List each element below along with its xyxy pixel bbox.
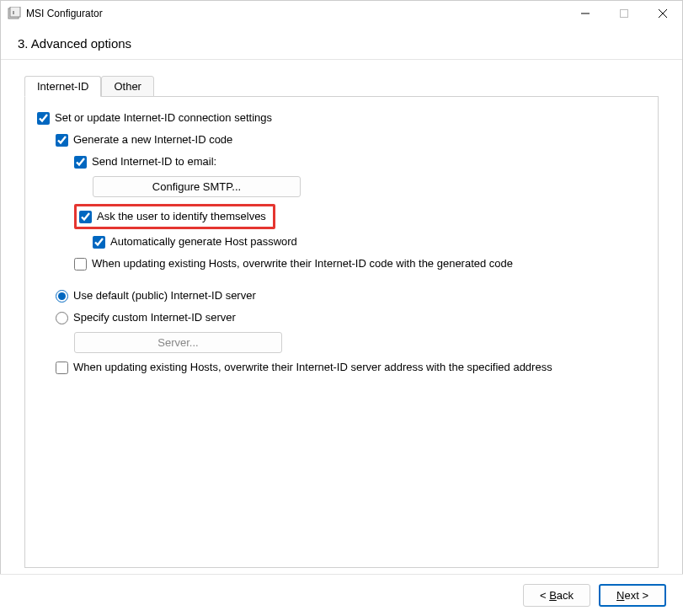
svg-rect-1 <box>10 7 20 17</box>
row-overwrite-address: When updating existing Hosts, overwrite … <box>56 360 646 375</box>
checkbox-ask-identify[interactable] <box>79 211 92 223</box>
label-ask-identify: Ask the user to identify themselves <box>97 209 266 224</box>
row-generate-code: Generate a new Internet-ID code <box>56 132 646 147</box>
row-auto-password: Automatically generate Host password <box>93 234 646 249</box>
label-send-email: Send Internet-ID to email: <box>92 154 216 169</box>
page-subtitle: 3. Advanced options <box>1 26 682 59</box>
checkbox-generate-code[interactable] <box>56 134 68 147</box>
row-set-update: Set or update Internet-ID connection set… <box>37 110 646 126</box>
svg-rect-4 <box>621 10 628 18</box>
radio-custom-server[interactable] <box>56 312 68 324</box>
spacer <box>37 278 646 288</box>
maximize-button <box>605 1 643 26</box>
footer: < Back Next > <box>0 574 683 616</box>
window-title: MSI Configurator <box>26 8 566 19</box>
checkbox-set-update[interactable] <box>37 112 50 125</box>
highlight-wrap: Ask the user to identify themselves <box>74 204 646 234</box>
app-icon <box>8 7 21 20</box>
content-area: Internet-ID Other Set or update Internet… <box>1 60 682 568</box>
label-overwrite-code: When updating existing Hosts, overwrite … <box>92 256 513 271</box>
tab-panel: Set or update Internet-ID connection set… <box>24 96 659 568</box>
row-specify-custom: Specify custom Internet-ID server <box>56 310 646 325</box>
tab-strip: Internet-ID Other <box>24 76 659 97</box>
label-custom-server: Specify custom Internet-ID server <box>73 310 236 325</box>
checkbox-auto-password[interactable] <box>93 236 105 249</box>
row-use-default-server: Use default (public) Internet-ID server <box>56 288 646 303</box>
tab-other[interactable]: Other <box>101 76 154 97</box>
label-set-update: Set or update Internet-ID connection set… <box>55 110 272 126</box>
row-configure-smtp: Configure SMTP... <box>93 176 646 197</box>
tab-internet-id[interactable]: Internet-ID <box>24 76 101 97</box>
checkbox-overwrite-code[interactable] <box>74 258 87 271</box>
next-button[interactable]: Next > <box>599 584 666 607</box>
row-server-input: Server... <box>74 332 646 353</box>
row-ask-identify: Ask the user to identify themselves <box>79 209 266 224</box>
row-send-email: Send Internet-ID to email: <box>74 154 646 169</box>
server-input: Server... <box>74 332 282 353</box>
highlight-box: Ask the user to identify themselves <box>74 204 275 229</box>
checkbox-overwrite-address[interactable] <box>56 362 68 374</box>
close-button[interactable] <box>643 1 682 26</box>
radio-default-server[interactable] <box>56 290 68 303</box>
minimize-button[interactable] <box>566 1 605 26</box>
titlebar: MSI Configurator <box>1 1 682 26</box>
row-overwrite-code: When updating existing Hosts, overwrite … <box>74 256 646 271</box>
configure-smtp-button[interactable]: Configure SMTP... <box>93 176 301 197</box>
label-auto-password: Automatically generate Host password <box>110 234 297 249</box>
svg-rect-2 <box>13 11 14 14</box>
back-button[interactable]: < Back <box>523 584 590 607</box>
checkbox-send-email[interactable] <box>74 156 87 169</box>
label-overwrite-address: When updating existing Hosts, overwrite … <box>73 360 552 375</box>
label-default-server: Use default (public) Internet-ID server <box>73 288 256 303</box>
label-generate-code: Generate a new Internet-ID code <box>73 132 232 147</box>
